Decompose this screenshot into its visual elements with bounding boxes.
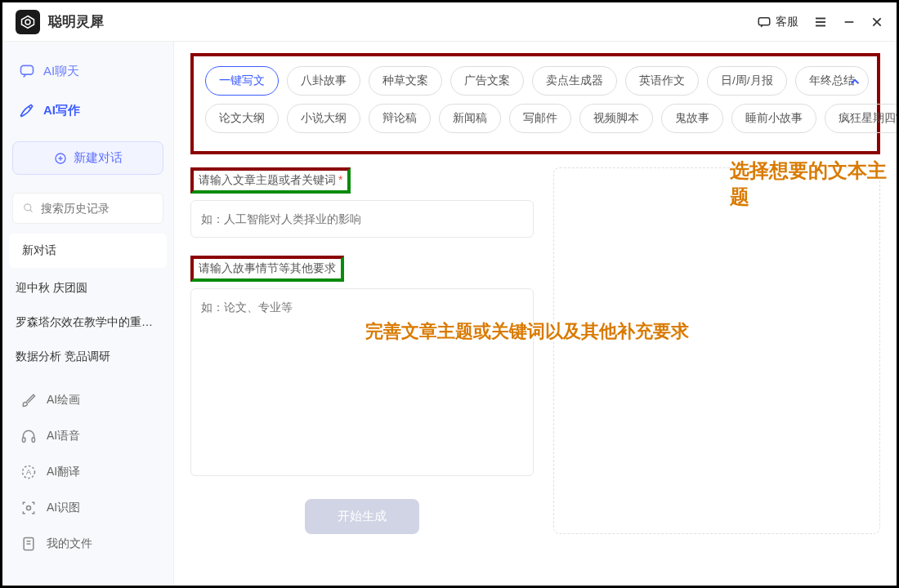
svg-marker-0 — [22, 16, 34, 28]
history-item[interactable]: 罗森塔尔效在教学中的重要 ... — [2, 305, 173, 340]
file-icon — [20, 536, 37, 552]
scan-icon — [20, 500, 37, 516]
topic-tag[interactable]: 鬼故事 — [661, 104, 723, 133]
topic-tag[interactable]: 卖点生成器 — [532, 66, 617, 96]
search-icon — [23, 202, 34, 215]
generate-button[interactable]: 开始生成 — [305, 499, 419, 534]
new-chat-button[interactable]: 新建对话 — [12, 141, 163, 175]
topic-tag[interactable]: 英语作文 — [625, 66, 699, 96]
nav-label: AI聊天 — [43, 64, 79, 79]
topic-tag-panel: 一键写文 八卦故事 种草文案 广告文案 卖点生成器 英语作文 日/周/月报 年终… — [190, 53, 880, 154]
minimize-icon — [843, 16, 856, 29]
topic-tag[interactable]: 论文大纲 — [205, 104, 279, 133]
app-title: 聪明灵犀 — [48, 12, 104, 31]
tag-row: 一键写文 八卦故事 种草文案 广告文案 卖点生成器 英语作文 日/周/月报 年终… — [205, 66, 833, 96]
svg-line-14 — [30, 210, 33, 212]
close-button[interactable] — [870, 16, 883, 29]
nav-ai-chat[interactable]: AI聊天 — [2, 51, 173, 91]
form-left: 请输入文章主题或者关键词* 请输入故事情节等其他要求 开始生成 — [190, 167, 534, 534]
topic-tag[interactable]: 新闻稿 — [439, 104, 501, 133]
svg-point-1 — [25, 20, 30, 24]
new-chat-label: 新建对话 — [74, 150, 123, 166]
sidebar: AI聊天 AI写作 新建对话 新对话 迎中秋 庆团圆 罗森塔尔效在教学中的重要 … — [2, 42, 174, 586]
tool-label: AI识图 — [47, 501, 80, 515]
menu-button[interactable] — [813, 15, 828, 29]
tool-label: AI翻译 — [47, 465, 80, 479]
topic-tag[interactable]: 睡前小故事 — [731, 104, 816, 133]
collapse-toggle[interactable] — [848, 74, 862, 92]
translate-icon: A — [20, 464, 37, 480]
form-area: 请输入文章主题或者关键词* 请输入故事情节等其他要求 开始生成 — [190, 167, 880, 534]
window-controls — [813, 15, 883, 29]
svg-text:A: A — [26, 468, 32, 476]
tool-label: 我的文件 — [47, 537, 92, 551]
history-item[interactable]: 新对话 — [9, 234, 167, 268]
annotation-select-topic: 选择想要的文本主题 — [730, 158, 897, 210]
layout: AI聊天 AI写作 新建对话 新对话 迎中秋 庆团圆 罗森塔尔效在教学中的重要 … — [2, 42, 897, 586]
tool-ai-translate[interactable]: A AI翻译 — [2, 454, 173, 490]
pen-icon — [19, 102, 35, 118]
tool-label: AI语音 — [47, 429, 80, 443]
details-label: 请输入故事情节等其他要求 — [190, 256, 344, 282]
tool-section: AI绘画 AI语音 A AI翻译 AI识图 我的文件 — [2, 382, 173, 562]
svg-rect-15 — [23, 438, 25, 443]
titlebar: 聪明灵犀 客服 — [2, 2, 897, 42]
output-panel — [553, 167, 880, 534]
annotation-complete-details: 完善文章主题或关键词以及其他补充要求 — [365, 319, 689, 344]
minimize-button[interactable] — [843, 16, 856, 29]
menu-icon — [813, 15, 828, 29]
svg-point-13 — [25, 204, 31, 211]
search-input[interactable] — [41, 202, 153, 215]
app-logo — [16, 10, 40, 34]
chevron-up-icon — [848, 74, 862, 89]
tool-ai-voice[interactable]: AI语音 — [2, 418, 173, 454]
customer-service-link[interactable]: 客服 — [757, 15, 798, 29]
nav-label: AI写作 — [43, 103, 80, 118]
topic-tag[interactable]: 八卦故事 — [287, 66, 360, 96]
customer-service-label: 客服 — [776, 15, 798, 29]
tool-ai-image-recognition[interactable]: AI识图 — [2, 490, 173, 526]
titlebar-right: 客服 — [757, 15, 883, 29]
svg-rect-16 — [32, 438, 34, 443]
topic-tag[interactable]: 写邮件 — [509, 104, 571, 133]
tag-row: 论文大纲 小说大纲 辩论稿 新闻稿 写邮件 视频脚本 鬼故事 睡前小故事 疯狂星… — [205, 104, 833, 133]
topic-tag[interactable]: 疯狂星期四V50 — [825, 104, 897, 133]
tool-ai-paint[interactable]: AI绘画 — [2, 382, 173, 418]
topic-tag[interactable]: 小说大纲 — [287, 104, 360, 133]
plus-circle-icon — [54, 152, 67, 165]
topic-tag[interactable]: 种草文案 — [369, 66, 442, 96]
topic-tag[interactable]: 视频脚本 — [579, 104, 653, 133]
required-asterisk: * — [338, 173, 342, 186]
chat-icon — [757, 15, 772, 29]
main-content: 一键写文 八卦故事 种草文案 广告文案 卖点生成器 英语作文 日/周/月报 年终… — [174, 42, 897, 586]
search-box[interactable] — [12, 193, 163, 224]
close-icon — [870, 16, 883, 29]
topic-tag[interactable]: 日/周/月报 — [707, 66, 787, 96]
topic-input[interactable] — [190, 200, 534, 238]
headphone-icon — [20, 428, 37, 444]
chat-bubble-icon — [19, 63, 35, 79]
history-item[interactable]: 数据分析 竞品调研 — [2, 340, 173, 374]
history-item[interactable]: 迎中秋 庆团圆 — [2, 271, 173, 305]
topic-label: 请输入文章主题或者关键词* — [190, 167, 351, 194]
titlebar-left: 聪明灵犀 — [16, 10, 104, 34]
topic-tag[interactable]: 广告文案 — [450, 66, 524, 96]
details-textarea[interactable] — [190, 288, 534, 476]
brush-icon — [20, 392, 37, 408]
tool-my-files[interactable]: 我的文件 — [2, 526, 173, 562]
topic-tag[interactable]: 辩论稿 — [369, 104, 431, 133]
svg-rect-9 — [21, 65, 34, 74]
topic-tag[interactable]: 一键写文 — [205, 66, 279, 96]
nav-ai-write[interactable]: AI写作 — [2, 91, 173, 130]
svg-point-19 — [27, 506, 31, 510]
tool-label: AI绘画 — [47, 393, 80, 408]
